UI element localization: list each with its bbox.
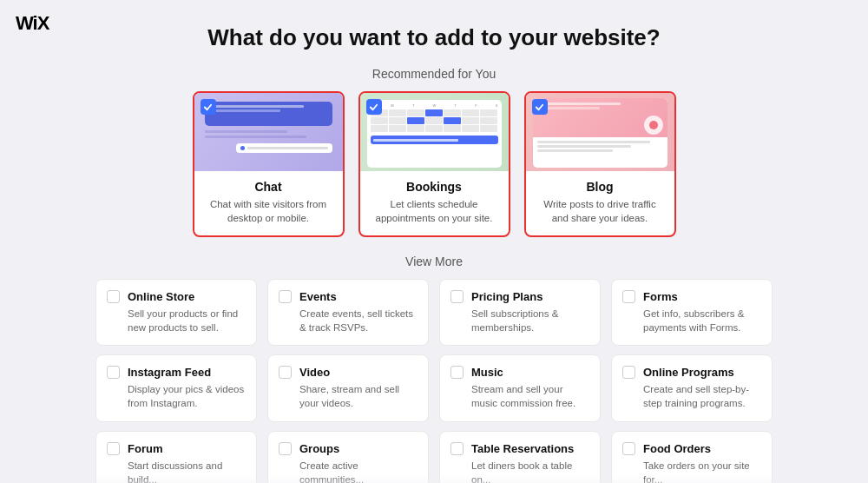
chat-preview bbox=[205, 102, 332, 168]
grid-card-online-programs[interactable]: Online Programs Create and sell step-by-… bbox=[611, 354, 773, 421]
blog-card-image bbox=[526, 93, 674, 171]
grid-card-events[interactable]: Events Create events, sell tickets & tra… bbox=[267, 279, 429, 346]
grid-row-1: Online Store Sell your products or find … bbox=[95, 279, 773, 346]
grid-card-food-orders[interactable]: Food Orders Take orders on your site for… bbox=[611, 431, 773, 483]
chat-card-title: Chat bbox=[203, 180, 334, 194]
bookings-card-title: Bookings bbox=[369, 180, 500, 194]
events-checkbox[interactable] bbox=[279, 290, 292, 303]
groups-checkbox[interactable] bbox=[279, 442, 292, 455]
blog-preview bbox=[533, 98, 667, 168]
grid-card-instagram-feed[interactable]: Instagram Feed Display your pics & video… bbox=[95, 354, 257, 421]
rec-card-bookings[interactable]: SMTWTFS bbox=[358, 91, 510, 237]
recommended-row: Chat Chat with site visitors from deskto… bbox=[193, 91, 676, 237]
pricing-plans-desc: Sell subscriptions & memberships. bbox=[471, 307, 589, 334]
grid-card-forms[interactable]: Forms Get info, subscribers & payments w… bbox=[611, 279, 773, 346]
bookings-card-body: Bookings Let clients schedule appointmen… bbox=[360, 171, 509, 235]
chat-card-body: Chat Chat with site visitors from deskto… bbox=[194, 171, 343, 235]
table-reservations-desc: Let diners book a table on... bbox=[471, 459, 589, 483]
grid-card-groups[interactable]: Groups Create active communities... bbox=[267, 431, 429, 483]
video-title: Video bbox=[299, 366, 418, 379]
blog-card-body: Blog Write posts to drive traffic and sh… bbox=[526, 171, 674, 235]
music-desc: Stream and sell your music commission fr… bbox=[471, 382, 589, 410]
table-reservations-checkbox[interactable] bbox=[450, 442, 464, 455]
pricing-plans-title: Pricing Plans bbox=[471, 290, 589, 303]
grid-card-online-store[interactable]: Online Store Sell your products or find … bbox=[95, 279, 257, 346]
grid-row-3: Forum Start discussions and build... Gro… bbox=[95, 431, 773, 483]
grid-card-forum[interactable]: Forum Start discussions and build... bbox=[95, 431, 257, 483]
grid-card-pricing-plans[interactable]: Pricing Plans Sell subscriptions & membe… bbox=[439, 279, 601, 346]
online-store-checkbox[interactable] bbox=[107, 290, 120, 303]
online-programs-checkbox[interactable] bbox=[622, 366, 635, 379]
forms-desc: Get info, subscribers & payments with Fo… bbox=[643, 307, 761, 334]
grid-card-table-reservations[interactable]: Table Reservations Let diners book a tab… bbox=[439, 431, 601, 483]
forms-title: Forms bbox=[643, 290, 761, 303]
blog-card-title: Blog bbox=[535, 180, 666, 194]
online-programs-desc: Create and sell step-by-step training pr… bbox=[643, 382, 761, 410]
grid-section: Online Store Sell your products or find … bbox=[95, 279, 773, 483]
video-checkbox[interactable] bbox=[279, 366, 292, 379]
blog-card-desc: Write posts to drive traffic and share y… bbox=[535, 197, 666, 225]
forum-desc: Start discussions and build... bbox=[128, 459, 246, 483]
video-desc: Share, stream and sell your videos. bbox=[299, 382, 418, 410]
forum-checkbox[interactable] bbox=[107, 442, 120, 455]
food-orders-checkbox[interactable] bbox=[622, 442, 635, 455]
forms-checkbox[interactable] bbox=[622, 290, 635, 303]
chat-check-badge bbox=[201, 99, 216, 115]
music-title: Music bbox=[471, 366, 589, 379]
grid-row-2: Instagram Feed Display your pics & video… bbox=[95, 354, 773, 421]
online-programs-title: Online Programs bbox=[643, 366, 761, 379]
food-orders-title: Food Orders bbox=[643, 442, 761, 455]
chat-card-desc: Chat with site visitors from desktop or … bbox=[203, 197, 334, 225]
music-checkbox[interactable] bbox=[450, 366, 464, 379]
blog-check-badge bbox=[532, 99, 548, 115]
main-title: What do you want to add to your website? bbox=[207, 24, 660, 51]
instagram-feed-checkbox[interactable] bbox=[107, 366, 120, 379]
view-more-label: View More bbox=[405, 255, 463, 268]
events-desc: Create events, sell tickets & track RSVP… bbox=[299, 307, 418, 334]
bookings-check-badge bbox=[366, 99, 382, 115]
online-store-desc: Sell your products or find new products … bbox=[128, 307, 246, 334]
food-orders-desc: Take orders on your site for... bbox=[643, 459, 761, 483]
pricing-plans-checkbox[interactable] bbox=[450, 290, 464, 303]
online-store-title: Online Store bbox=[128, 290, 246, 303]
bookings-card-image: SMTWTFS bbox=[360, 93, 509, 171]
bookings-card-desc: Let clients schedule appointments on you… bbox=[369, 197, 500, 225]
instagram-feed-title: Instagram Feed bbox=[128, 366, 246, 379]
rec-card-blog[interactable]: Blog Write posts to drive traffic and sh… bbox=[524, 91, 676, 237]
table-reservations-title: Table Reservations bbox=[471, 442, 589, 455]
grid-row-3-container: Forum Start discussions and build... Gro… bbox=[95, 431, 773, 483]
wix-logo: WiX bbox=[16, 12, 49, 35]
forum-title: Forum bbox=[128, 442, 246, 455]
bookings-preview: SMTWTFS bbox=[367, 100, 502, 168]
rec-card-chat[interactable]: Chat Chat with site visitors from deskto… bbox=[193, 91, 345, 237]
groups-desc: Create active communities... bbox=[299, 459, 418, 483]
groups-title: Groups bbox=[299, 442, 418, 455]
grid-card-music[interactable]: Music Stream and sell your music commiss… bbox=[439, 354, 601, 421]
grid-card-video[interactable]: Video Share, stream and sell your videos… bbox=[267, 354, 429, 421]
events-title: Events bbox=[299, 290, 418, 303]
chat-card-image bbox=[194, 93, 343, 171]
recommended-label: Recommended for You bbox=[372, 67, 496, 81]
instagram-feed-desc: Display your pics & videos from Instagra… bbox=[128, 382, 246, 410]
